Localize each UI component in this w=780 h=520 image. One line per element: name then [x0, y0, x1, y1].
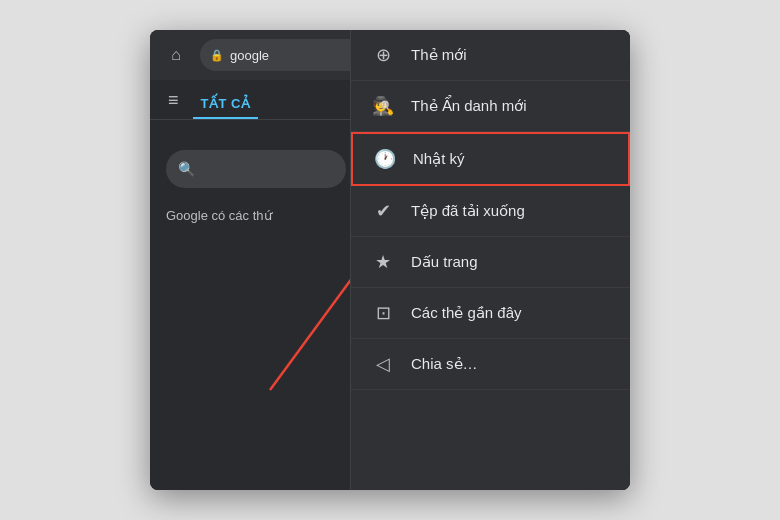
- share-label: Chia sẻ…: [411, 355, 478, 373]
- all-tab[interactable]: TẤT CẢ: [193, 90, 259, 119]
- menu-item-bookmarks[interactable]: ★Dấu trang: [351, 237, 630, 288]
- search-bar[interactable]: 🔍: [166, 150, 346, 188]
- hamburger-menu-button[interactable]: ≡: [162, 82, 185, 119]
- downloads-label: Tệp đã tải xuống: [411, 202, 525, 220]
- bottom-text: Google có các thứ: [166, 208, 272, 223]
- browser-window: ⌂ 🔒 google → ☆ ⬇ ⓘ ↺ ≡ TẤT CẢ 🔍 Google c…: [150, 30, 630, 490]
- incognito-label: Thẻ Ẩn danh mới: [411, 97, 527, 115]
- downloads-icon: ✔: [371, 200, 395, 222]
- recent-tabs-icon: ⊡: [371, 302, 395, 324]
- menu-item-new-tab[interactable]: ⊕Thẻ mới: [351, 30, 630, 81]
- menu-item-share[interactable]: ◁Chia sẻ…: [351, 339, 630, 390]
- history-icon: 🕐: [373, 148, 397, 170]
- incognito-icon: 🕵: [371, 95, 395, 117]
- share-icon: ◁: [371, 353, 395, 375]
- menu-item-recent-tabs[interactable]: ⊡Các thẻ gần đây: [351, 288, 630, 339]
- bookmarks-label: Dấu trang: [411, 253, 478, 271]
- bookmarks-icon: ★: [371, 251, 395, 273]
- menu-item-incognito[interactable]: 🕵Thẻ Ẩn danh mới: [351, 81, 630, 132]
- dropdown-menu: ⊕Thẻ mới🕵Thẻ Ẩn danh mới🕐Nhật ký✔Tệp đã …: [350, 30, 630, 490]
- recent-tabs-label: Các thẻ gần đây: [411, 304, 522, 322]
- new-tab-icon: ⊕: [371, 44, 395, 66]
- menu-item-history[interactable]: 🕐Nhật ký: [351, 132, 630, 186]
- new-tab-label: Thẻ mới: [411, 46, 467, 64]
- search-icon: 🔍: [178, 161, 195, 177]
- history-label: Nhật ký: [413, 150, 465, 168]
- lock-icon: 🔒: [210, 49, 224, 62]
- menu-item-downloads[interactable]: ✔Tệp đã tải xuống: [351, 186, 630, 237]
- home-button[interactable]: ⌂: [160, 39, 192, 71]
- address-text: google: [230, 48, 269, 63]
